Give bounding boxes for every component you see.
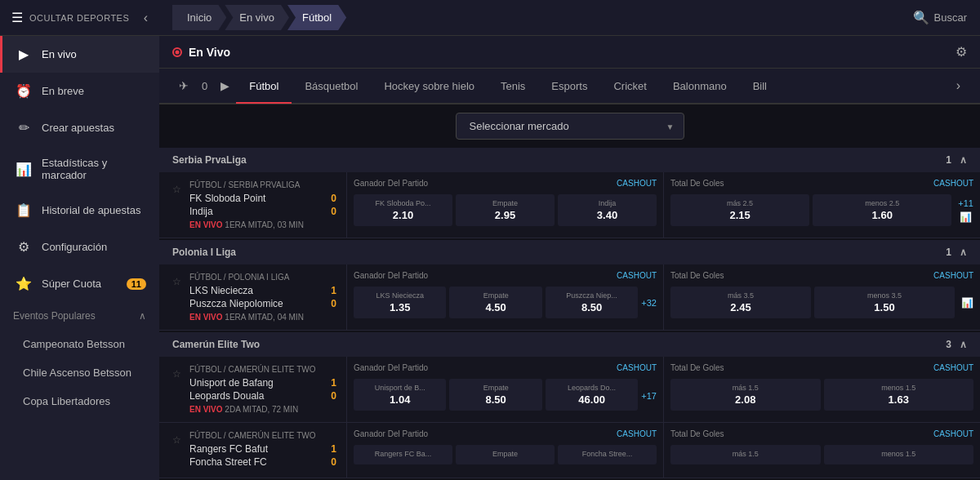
match-meta: FÚTBOL / CAMERÚN ELITE TWO: [189, 365, 336, 374]
tab-balonmano[interactable]: Balonmano: [660, 70, 740, 104]
sidebar-label-estadisticas: Estadísticas y marcador: [42, 157, 146, 181]
odds-btn-team1[interactable]: Unisport de B... 1.04: [354, 379, 446, 411]
tab-cricket[interactable]: Cricket: [600, 70, 659, 104]
market-select[interactable]: Seleccionar mercado Ganador Del Partido …: [456, 113, 684, 140]
sidebar-item-estadisticas[interactable]: 📊 Estadísticas y marcador: [0, 146, 159, 192]
chart-icon[interactable]: 📊: [960, 211, 972, 223]
settings-icon: ⚙: [16, 239, 32, 255]
odds-panel-2-camerun-0: Total De Goles CASHOUT más 1.5 2.08 meno…: [664, 357, 980, 422]
search-button[interactable]: 🔍 Buscar: [913, 10, 967, 25]
sidebar-item-configuracion[interactable]: ⚙ Configuración: [0, 229, 159, 265]
top-nav: Inicio En vivo Fútbol 🔍 Buscar: [159, 0, 980, 36]
odds-btn-team1[interactable]: Rangers FC Ba...: [354, 445, 452, 464]
odds-btn-over[interactable]: más 1.5 2.08: [670, 379, 821, 411]
team1-score: 1: [331, 377, 336, 389]
tab-basquetbol[interactable]: Básquetbol: [292, 70, 371, 104]
cashout-button[interactable]: CASHOUT: [617, 271, 657, 280]
chart-icon: 📊: [16, 162, 32, 177]
chevron-up-icon[interactable]: ∧: [960, 339, 967, 350]
team2-score: 0: [331, 298, 336, 309]
odds-btn-draw[interactable]: Empate 8.50: [449, 379, 541, 411]
cashout-button-2[interactable]: CASHOUT: [933, 429, 973, 438]
section-camerun-controls: 3 ∧: [946, 339, 967, 350]
cashout-button-2[interactable]: CASHOUT: [933, 179, 973, 188]
sidebar-item-en-vivo[interactable]: ▶ En vivo: [0, 36, 159, 73]
more-odds-btn[interactable]: +11: [958, 198, 973, 208]
match-team-row-1: LKS Nieciecza 1: [189, 285, 336, 296]
sidebar-item-campeonato-betsson[interactable]: Campeonato Betsson: [0, 330, 159, 358]
odds-btn-team2[interactable]: Foncha Stree...: [558, 445, 657, 464]
sidebar-item-chile-ascenso[interactable]: Chile Ascenso Betsson: [0, 358, 159, 387]
odds-btn-team2[interactable]: Puszcza Niep... 8.50: [546, 287, 638, 318]
match-period: 2DA MITAD, 72 MIN: [225, 405, 298, 414]
cashout-button[interactable]: CASHOUT: [617, 429, 657, 438]
odds-btn-under[interactable]: menos 1.5 1.63: [824, 379, 974, 411]
odds-panel-1-polonia-0: Ganador Del Partido CASHOUT LKS Nieciecz…: [347, 264, 664, 330]
eventos-populares-header[interactable]: Eventos Populares ∧: [0, 302, 159, 330]
history-icon: 📋: [16, 202, 32, 218]
sidebar-collapse-icon[interactable]: ‹: [144, 11, 148, 25]
tab-hockey[interactable]: Hockey sobre hielo: [371, 70, 488, 104]
odds-btn-over[interactable]: más 3.5 2.45: [670, 287, 811, 318]
play-icon: ▶: [16, 47, 32, 62]
tab-tv[interactable]: ▶: [214, 69, 236, 102]
more-odds-btn[interactable]: +32: [641, 298, 657, 308]
odds-btn-draw[interactable]: Empate 4.50: [449, 287, 541, 318]
chevron-up-icon[interactable]: ∧: [960, 154, 967, 166]
odds-btn-team1[interactable]: LKS Nieciecza 1.35: [354, 287, 446, 318]
odds-btn-team2[interactable]: Indija 3.40: [558, 194, 657, 226]
odds-btn-over[interactable]: más 2.5 2.15: [670, 194, 809, 226]
cashout-button[interactable]: CASHOUT: [617, 363, 657, 372]
favorite-icon[interactable]: ☆: [169, 365, 185, 414]
tab-bill[interactable]: Bill: [740, 70, 780, 104]
sidebar-item-crear-apuestas[interactable]: ✏ Crear apuestas: [0, 109, 159, 146]
section-polonia: Polonia I Liga 1 ∧ ☆ FÚTBOL / POLONIA I …: [159, 240, 980, 331]
odds-btn-draw[interactable]: Empate 2.95: [456, 194, 555, 226]
odds-btn-over[interactable]: más 1.5: [670, 445, 821, 464]
odds-btn-team2[interactable]: Leopards Do... 46.00: [546, 379, 638, 411]
sidebar-item-copa-libertadores[interactable]: Copa Libertadores: [0, 387, 159, 416]
favorite-icon[interactable]: ☆: [169, 180, 185, 229]
tab-futbol[interactable]: Fútbol: [236, 70, 292, 104]
sidebar-label-en-breve: En breve: [42, 85, 146, 97]
odds-btn-team1[interactable]: FK Sloboda Po... 2.10: [354, 194, 452, 226]
sidebar-header[interactable]: ☰ OCULTAR DEPORTES ‹: [0, 0, 159, 36]
clock-icon: ⏰: [16, 83, 32, 99]
cashout-button-2[interactable]: CASHOUT: [933, 363, 973, 372]
sidebar-item-en-breve[interactable]: ⏰ En breve: [0, 73, 159, 109]
sport-tabs: ✈ 0 ▶ Fútbol Básquetbol Hockey sobre hie…: [159, 69, 980, 104]
breadcrumb-en-vivo[interactable]: En vivo: [225, 5, 289, 30]
odds-btn-under[interactable]: menos 3.5 1.50: [814, 287, 955, 318]
sidebar-item-historial[interactable]: 📋 Historial de apuestas: [0, 192, 159, 229]
odds-btn-under[interactable]: menos 2.5 1.60: [813, 194, 951, 226]
star-icon: ⭐: [16, 276, 32, 291]
section-camerun: Camerún Elite Two 3 ∧ ☆ FÚTBOL / CAMERÚN…: [159, 332, 980, 478]
match-team-row-1: Unisport de Bafang 1: [189, 377, 336, 389]
odds-btn-draw[interactable]: Empate: [456, 445, 555, 464]
cashout-button[interactable]: CASHOUT: [617, 179, 657, 188]
sidebar-label-super-cuota: Súper Cuota: [42, 278, 117, 290]
breadcrumb-futbol[interactable]: Fútbol: [287, 5, 346, 30]
favorite-icon[interactable]: ☆: [169, 273, 185, 322]
section-serbia-header: Serbia PrvaLiga 1 ∧: [159, 148, 980, 172]
match-status: EN VIVO 1ERA MITAD, 03 MIN: [189, 220, 336, 229]
odds-btn-under[interactable]: menos 1.5: [824, 445, 974, 464]
tab-tenis[interactable]: Tenis: [488, 70, 538, 104]
odds-panel-2-polonia-0: Total De Goles CASHOUT más 3.5 2.45 meno…: [664, 264, 980, 330]
match-info-polonia-0: ☆ FÚTBOL / POLONIA I LIGA LKS Nieciecza …: [159, 264, 347, 330]
favorite-icon[interactable]: ☆: [169, 431, 185, 469]
chevron-up-icon[interactable]: ∧: [960, 247, 967, 258]
settings-icon[interactable]: ⚙: [956, 44, 967, 60]
tab-pinned[interactable]: ✈: [172, 69, 195, 102]
match-info-serbia-0: ☆ FÚTBOL / SERBIA PRVALIGA FK Sloboda Po…: [159, 172, 347, 238]
chevron-up-icon: ∧: [139, 310, 146, 322]
tab-more-icon[interactable]: ›: [950, 69, 967, 103]
edit-icon: ✏: [16, 120, 32, 136]
chart-icon[interactable]: 📊: [961, 297, 973, 309]
tab-esports[interactable]: Esports: [538, 70, 600, 104]
sidebar-item-super-cuota[interactable]: ⭐ Súper Cuota 11: [0, 265, 159, 302]
cashout-button-2[interactable]: CASHOUT: [933, 271, 973, 280]
more-odds-btn[interactable]: +17: [641, 391, 657, 401]
match-status: EN VIVO 1ERA MITAD, 04 MIN: [189, 313, 336, 322]
breadcrumb-inicio[interactable]: Inicio: [172, 5, 226, 30]
